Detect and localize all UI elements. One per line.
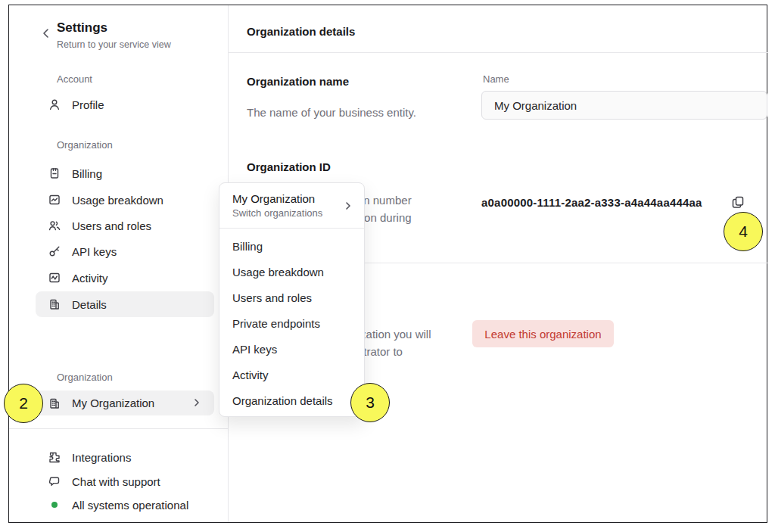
sidebar-item-activity[interactable]: Activity [36, 265, 214, 291]
chevron-right-icon [344, 200, 352, 213]
building-icon [48, 297, 61, 311]
sidebar-item-label: API keys [72, 245, 117, 258]
sidebar-item-profile[interactable]: Profile [36, 92, 214, 117]
sidebar-item-label: Usage breakdown [72, 194, 163, 207]
dropdown-org-name: My Organization [232, 192, 352, 205]
settings-title: Settings [57, 20, 107, 36]
app-window: Settings Return to your service view Acc… [8, 5, 767, 523]
key-icon [48, 244, 61, 258]
billing-icon [48, 166, 61, 180]
org-name-heading: Organization name [247, 75, 349, 88]
dropdown-item-api-keys[interactable]: API keys [219, 336, 364, 362]
page-title: Organization details [247, 25, 355, 38]
copy-icon [730, 194, 745, 210]
sidebar-item-usage-breakdown[interactable]: Usage breakdown [36, 187, 214, 213]
person-icon [48, 98, 61, 111]
usage-icon [48, 193, 61, 207]
dropdown-header[interactable]: My Organization Switch organizations [219, 183, 364, 229]
org-switcher-dropdown: My Organization Switch organizations Bil… [219, 182, 365, 417]
sidebar-item-label: Details [72, 298, 107, 311]
leave-organization-button[interactable]: Leave this organization [472, 320, 614, 347]
sidebar-item-system-status[interactable]: All systems operational [36, 492, 214, 518]
chat-icon [48, 474, 61, 488]
sidebar-item-label: Activity [72, 272, 108, 285]
activity-icon [48, 271, 61, 285]
building-icon [48, 397, 61, 410]
dropdown-item-organization-details[interactable]: Organization details [219, 387, 364, 413]
sidebar-item-details[interactable]: Details [36, 291, 214, 317]
dropdown-menu: Billing Usage breakdown Users and roles … [219, 229, 364, 419]
name-field-label: Name [483, 73, 509, 85]
account-section-label: Account [57, 73, 92, 85]
sidebar-item-billing[interactable]: Billing [36, 160, 214, 186]
header-divider [228, 52, 768, 53]
sidebar-item-label: All systems operational [72, 499, 188, 512]
puzzle-icon [48, 450, 61, 464]
sidebar-item-api-keys[interactable]: API keys [36, 238, 214, 264]
sidebar-org-switcher[interactable]: My Organization [36, 390, 214, 415]
return-link[interactable]: Return to your service view [57, 39, 171, 50]
org-switcher-section-label: Organization [57, 372, 113, 383]
sidebar-item-label: Billing [72, 167, 102, 180]
organization-section-label: Organization [57, 139, 113, 151]
dropdown-item-private-endpoints[interactable]: Private endpoints [219, 310, 364, 336]
sidebar-footer-divider [9, 428, 228, 429]
annotation-circle-3: 3 [350, 383, 390, 422]
org-id-value: a0a00000-1111-2aa2-a333-a4a44aa444aa [481, 196, 702, 209]
sidebar-item-label: Profile [72, 98, 104, 111]
org-switcher-label: My Organization [72, 397, 154, 409]
org-name-input[interactable] [481, 91, 767, 120]
chevron-right-icon [193, 397, 201, 409]
users-icon [48, 219, 61, 232]
sidebar-item-users-and-roles[interactable]: Users and roles [36, 213, 214, 238]
status-dot [48, 498, 61, 512]
dropdown-item-usage-breakdown[interactable]: Usage breakdown [219, 259, 364, 285]
copy-button[interactable] [728, 192, 748, 212]
dropdown-subtitle: Switch organizations [232, 207, 352, 219]
org-id-heading: Organization ID [247, 160, 331, 173]
annotation-circle-2: 2 [4, 384, 43, 423]
dropdown-item-billing[interactable]: Billing [219, 233, 364, 259]
dropdown-item-activity[interactable]: Activity [219, 362, 364, 387]
dropdown-item-users-and-roles[interactable]: Users and roles [219, 285, 364, 310]
sidebar-item-chat-support[interactable]: Chat with support [36, 468, 214, 494]
chevron-left-icon [41, 26, 51, 40]
back-button[interactable] [41, 26, 51, 40]
sidebar-item-label: Chat with support [72, 475, 160, 488]
sidebar-item-integrations[interactable]: Integrations [36, 444, 214, 470]
sidebar-item-label: Integrations [72, 451, 131, 464]
sidebar-item-label: Users and roles [72, 219, 151, 232]
annotation-circle-4: 4 [724, 212, 763, 251]
org-name-description: The name of your business entity. [247, 104, 416, 121]
